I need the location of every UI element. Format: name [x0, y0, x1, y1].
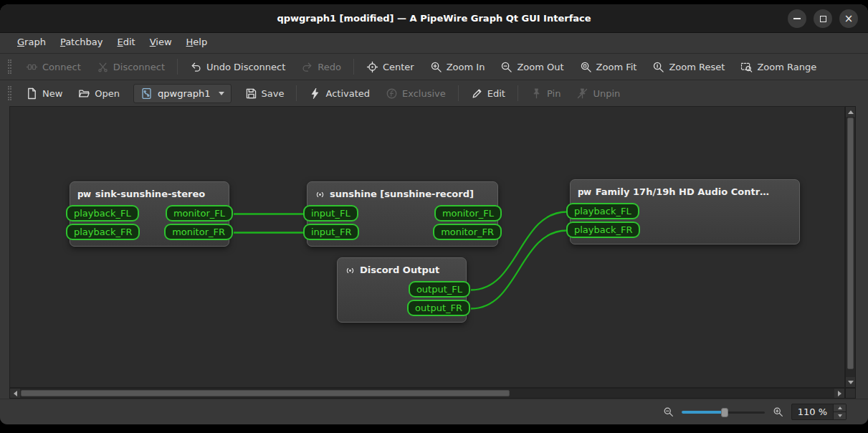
zoom-slider[interactable]	[682, 406, 765, 418]
node-header: pwsink-sunshine-stereo	[70, 182, 229, 201]
unpin-icon	[576, 87, 588, 100]
zoom-spin-buttons	[833, 404, 846, 419]
toolbar-patchbay: NewOpenqpwgraph1SaveActivatedExclusiveEd…	[0, 80, 868, 106]
maximize-icon	[820, 16, 826, 22]
titlebar[interactable]: qpwgraph1 [modified] — A PipeWire Graph …	[0, 4, 868, 33]
port-monitor-fl[interactable]: monitor_FL	[166, 205, 233, 222]
save-button[interactable]: Save	[237, 83, 292, 104]
exclusive-button[interactable]: Exclusive	[378, 83, 454, 104]
node-title: Family 17h/19h HD Audio Contr…	[596, 186, 769, 199]
minimize-button[interactable]	[788, 9, 806, 28]
node-title: sink-sunshine-stereo	[95, 188, 206, 201]
edit-button[interactable]: Edit	[463, 83, 513, 104]
port-playback-fr[interactable]: playback_FR	[566, 222, 640, 238]
scroll-up-button[interactable]	[846, 107, 855, 117]
activated-icon	[309, 87, 321, 100]
new-file-icon	[26, 87, 38, 100]
unpin-button[interactable]: Unpin	[568, 83, 628, 104]
port-playback-fl[interactable]: playback_FL	[566, 203, 639, 219]
node-discord-output[interactable]: Discord Outputoutput_FLoutput_FR	[337, 257, 467, 323]
zoom-in-button[interactable]: Zoom In	[422, 57, 493, 77]
toolbar-separator	[296, 85, 297, 101]
port-output-fr[interactable]: output_FR	[407, 300, 470, 316]
node-sunshine[interactable]: sunshine [sunshine-record]input_FLinput_…	[307, 181, 498, 247]
zoom-spinbox[interactable]: 110 %	[791, 404, 846, 420]
zoom-range-button[interactable]: Zoom Range	[733, 57, 824, 77]
toolbar-item-label: Open	[95, 88, 120, 99]
toolbar-separator	[353, 59, 354, 75]
toolbar-item-label: Center	[383, 62, 414, 72]
horizontal-scroll-thumb[interactable]	[21, 390, 510, 396]
speaker-icon	[315, 189, 325, 200]
port-monitor-fr[interactable]: monitor_FR	[433, 224, 502, 240]
menu-patchbay[interactable]: Patchbay	[53, 33, 110, 53]
zoom-fit-button[interactable]: Zoom Fit	[572, 57, 645, 77]
toolbar-drag-handle-icon[interactable]	[8, 86, 11, 100]
menu-help[interactable]: Help	[179, 33, 215, 53]
patchbay-select[interactable]: qpwgraph1	[133, 84, 231, 103]
node-title: Discord Output	[360, 264, 439, 277]
toolbar-item-label: Pin	[547, 88, 561, 99]
port-playback-fl[interactable]: playback_FL	[66, 205, 139, 222]
pin-button[interactable]: Pin	[523, 83, 568, 104]
zoom-value: 110 %	[792, 404, 833, 419]
patchbay-icon	[140, 87, 153, 100]
menu-graph[interactable]: Graph	[10, 33, 53, 53]
port-playback-fr[interactable]: playback_FR	[66, 224, 140, 240]
zoom-out-button[interactable]: Zoom Out	[492, 57, 571, 77]
arrow-up-icon	[838, 406, 842, 409]
redo-button[interactable]: Redo	[293, 57, 349, 77]
toolbar-item-label: Unpin	[593, 88, 620, 99]
menu-edit[interactable]: Edit	[110, 33, 143, 53]
horizontal-scroll-track[interactable]	[20, 389, 834, 398]
port-monitor-fr[interactable]: monitor_FR	[164, 224, 233, 240]
port-output-fl[interactable]: output_FL	[409, 281, 470, 298]
chevron-down-icon	[219, 92, 224, 98]
zoom-in-icon	[430, 61, 442, 73]
scroll-down-button[interactable]	[846, 377, 855, 387]
zoom-reset-button[interactable]: Zoom Reset	[644, 57, 733, 77]
toolbar-separator	[458, 85, 459, 101]
zoom-out-icon[interactable]	[663, 406, 674, 417]
center-button[interactable]: Center	[358, 57, 422, 77]
node-sink-sunshine-stereo[interactable]: pwsink-sunshine-stereoplayback_FLplaybac…	[70, 181, 229, 247]
toolbar-item-label: Zoom In	[447, 62, 485, 72]
toolbar-item-label: Redo	[318, 62, 341, 72]
toolbar-item-label: Activated	[325, 88, 370, 99]
graph-canvas[interactable]: pwsink-sunshine-stereoplayback_FLplaybac…	[9, 106, 845, 388]
arrow-down-icon	[838, 414, 842, 417]
node-family-hd-audio[interactable]: pwFamily 17h/19h HD Audio Contr…playback…	[570, 179, 800, 244]
scroll-right-button[interactable]	[834, 389, 844, 398]
zoom-spin-up-button[interactable]	[834, 404, 846, 411]
connect-button[interactable]: Connect	[18, 57, 89, 77]
canvas-area: pwsink-sunshine-stereoplayback_FLplaybac…	[9, 106, 856, 399]
save-icon	[245, 87, 257, 100]
zoom-range-icon	[740, 61, 753, 73]
zoom-slider-fill	[682, 411, 725, 414]
disconnect-button[interactable]: Disconnect	[89, 57, 173, 77]
new-button[interactable]: New	[18, 83, 70, 104]
edit-icon	[471, 87, 483, 100]
zoom-spin-down-button[interactable]	[834, 411, 846, 419]
scroll-left-button[interactable]	[10, 389, 20, 398]
zoom-slider-handle[interactable]	[721, 408, 728, 417]
undo-disconnect-button[interactable]: Undo Disconnect	[182, 57, 293, 77]
toolbar-item-label: Zoom Out	[517, 62, 563, 72]
close-button[interactable]: ×	[839, 9, 858, 28]
activated-button[interactable]: Activated	[301, 83, 378, 104]
port-input-fr[interactable]: input_FR	[303, 224, 359, 240]
window-controls: ×	[788, 9, 858, 28]
port-input-fl[interactable]: input_FL	[303, 205, 358, 222]
disconnect-icon	[97, 61, 109, 73]
patchbay-select-value: qpwgraph1	[158, 88, 210, 99]
menu-view[interactable]: View	[143, 33, 179, 53]
toolbar-drag-handle-icon[interactable]	[8, 60, 11, 74]
vertical-scroll-thumb[interactable]	[847, 118, 854, 369]
port-monitor-fl[interactable]: monitor_FL	[434, 205, 502, 222]
vertical-scroll-track[interactable]	[846, 117, 855, 377]
open-button[interactable]: Open	[70, 83, 128, 104]
toolbar-item-label: Save	[262, 88, 285, 99]
undo-icon	[190, 61, 202, 73]
zoom-in-icon[interactable]	[773, 406, 783, 417]
maximize-button[interactable]	[814, 9, 832, 28]
